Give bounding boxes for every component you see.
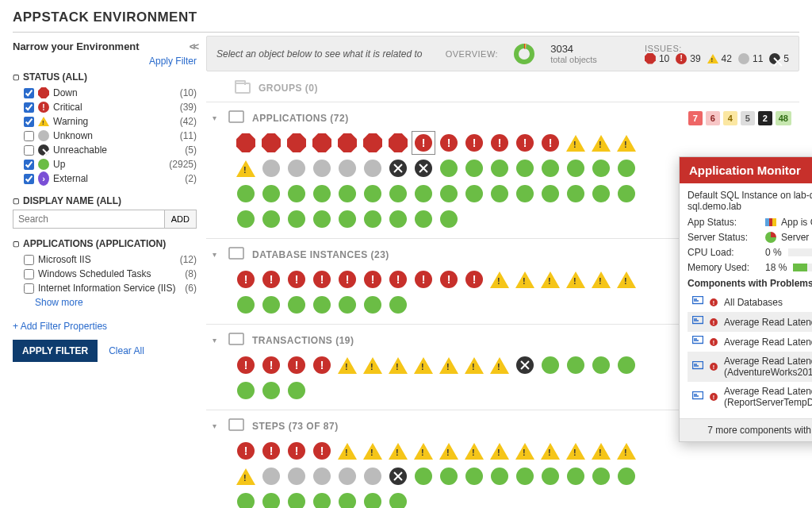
- up-icon[interactable]: [414, 467, 433, 486]
- unknown-icon[interactable]: [287, 467, 306, 486]
- warning-icon[interactable]: [592, 441, 611, 460]
- up-icon[interactable]: [312, 210, 331, 229]
- up-icon[interactable]: [262, 210, 281, 229]
- count-badge[interactable]: 5: [741, 111, 755, 125]
- up-icon[interactable]: [566, 467, 585, 486]
- critical-icon[interactable]: [541, 133, 560, 152]
- status-checkbox[interactable]: [24, 160, 34, 170]
- critical-icon[interactable]: [312, 270, 331, 289]
- component-item[interactable]: Average Read Latency (ReportServerTempDB…: [688, 382, 812, 412]
- count-badge[interactable]: 4: [723, 111, 737, 125]
- unknown-icon[interactable]: [338, 467, 357, 486]
- critical-icon[interactable]: [389, 270, 408, 289]
- up-icon[interactable]: [363, 492, 382, 508]
- up-icon[interactable]: [566, 356, 585, 375]
- warning-icon[interactable]: [236, 159, 255, 178]
- critical-icon[interactable]: [236, 356, 255, 375]
- critical-icon[interactable]: [414, 133, 433, 152]
- issue-stat[interactable]: 39: [676, 53, 700, 64]
- up-icon[interactable]: [262, 184, 281, 203]
- warning-icon[interactable]: [617, 270, 636, 289]
- facet-row[interactable]: Internet Information Service (IIS)(6): [13, 281, 197, 295]
- status-checkbox[interactable]: [24, 131, 34, 141]
- status-checkbox[interactable]: [24, 88, 34, 98]
- up-icon[interactable]: [312, 492, 331, 508]
- count-badge[interactable]: 7: [688, 111, 703, 125]
- up-icon[interactable]: [414, 184, 433, 203]
- warning-icon[interactable]: [465, 441, 484, 460]
- section-toggle-icon[interactable]: ▾: [213, 421, 220, 430]
- up-icon[interactable]: [541, 356, 560, 375]
- up-icon[interactable]: [262, 381, 281, 400]
- warning-icon[interactable]: [414, 441, 433, 460]
- critical-icon[interactable]: [312, 356, 331, 375]
- count-badge[interactable]: 2: [758, 111, 772, 125]
- warning-icon[interactable]: [439, 441, 458, 460]
- warning-icon[interactable]: [490, 356, 509, 375]
- critical-icon[interactable]: [287, 270, 306, 289]
- critical-icon[interactable]: [515, 133, 534, 152]
- critical-icon[interactable]: [465, 270, 484, 289]
- up-icon[interactable]: [541, 184, 560, 203]
- up-icon[interactable]: [236, 210, 255, 229]
- unreach-icon[interactable]: [414, 159, 433, 178]
- up-icon[interactable]: [515, 467, 534, 486]
- count-badge[interactable]: 6: [706, 111, 720, 125]
- down-icon[interactable]: [389, 133, 408, 152]
- critical-icon[interactable]: [465, 133, 484, 152]
- up-icon[interactable]: [363, 184, 382, 203]
- apply-filter-button[interactable]: APPLY FILTER: [13, 340, 98, 362]
- warning-icon[interactable]: [465, 356, 484, 375]
- warning-icon[interactable]: [414, 356, 433, 375]
- issue-stat[interactable]: 11: [738, 53, 763, 64]
- critical-icon[interactable]: [490, 133, 509, 152]
- up-icon[interactable]: [592, 467, 611, 486]
- warning-icon[interactable]: [490, 270, 509, 289]
- component-item[interactable]: Average Read Latency (AdventureWorks2012…: [688, 352, 812, 382]
- count-badge[interactable]: 48: [776, 111, 791, 125]
- status-checkbox[interactable]: [24, 174, 34, 184]
- up-icon[interactable]: [617, 184, 636, 203]
- critical-icon[interactable]: [236, 441, 255, 460]
- critical-icon[interactable]: [312, 441, 331, 460]
- warning-icon[interactable]: [617, 133, 636, 152]
- down-icon[interactable]: [363, 133, 382, 152]
- up-icon[interactable]: [566, 184, 585, 203]
- status-checkbox[interactable]: [24, 145, 34, 156]
- warning-icon[interactable]: [363, 441, 382, 460]
- groups-row[interactable]: GROUPS (0): [206, 71, 799, 102]
- up-icon[interactable]: [363, 295, 382, 314]
- collapse-sidebar-icon[interactable]: <<: [190, 40, 197, 52]
- up-icon[interactable]: [262, 492, 281, 508]
- up-icon[interactable]: [566, 159, 585, 178]
- up-icon[interactable]: [439, 159, 458, 178]
- unknown-icon[interactable]: [363, 467, 382, 486]
- warning-icon[interactable]: [592, 133, 611, 152]
- warning-icon[interactable]: [566, 270, 585, 289]
- warning-icon[interactable]: [617, 441, 636, 460]
- up-icon[interactable]: [236, 381, 255, 400]
- critical-icon[interactable]: [287, 441, 306, 460]
- up-icon[interactable]: [592, 356, 611, 375]
- facet-row[interactable]: Unreachable(5): [13, 143, 197, 157]
- warning-icon[interactable]: [515, 441, 534, 460]
- critical-icon[interactable]: [363, 270, 382, 289]
- section-toggle-icon[interactable]: ▾: [213, 114, 220, 122]
- display-name-search-input[interactable]: [13, 210, 165, 229]
- up-icon[interactable]: [592, 184, 611, 203]
- up-icon[interactable]: [338, 492, 357, 508]
- up-icon[interactable]: [439, 210, 458, 229]
- critical-icon[interactable]: [236, 270, 255, 289]
- critical-icon[interactable]: [414, 270, 433, 289]
- apply-filter-link[interactable]: Apply Filter: [13, 56, 197, 67]
- unknown-icon[interactable]: [338, 159, 357, 178]
- down-icon[interactable]: [262, 133, 281, 152]
- critical-icon[interactable]: [262, 441, 281, 460]
- unreach-icon[interactable]: [389, 467, 408, 486]
- unknown-icon[interactable]: [262, 159, 281, 178]
- facet-row[interactable]: Windows Scheduled Tasks(8): [13, 267, 197, 281]
- down-icon[interactable]: [236, 133, 255, 152]
- up-icon[interactable]: [287, 381, 306, 400]
- facet-row[interactable]: Critical(39): [13, 100, 197, 114]
- up-icon[interactable]: [541, 159, 560, 178]
